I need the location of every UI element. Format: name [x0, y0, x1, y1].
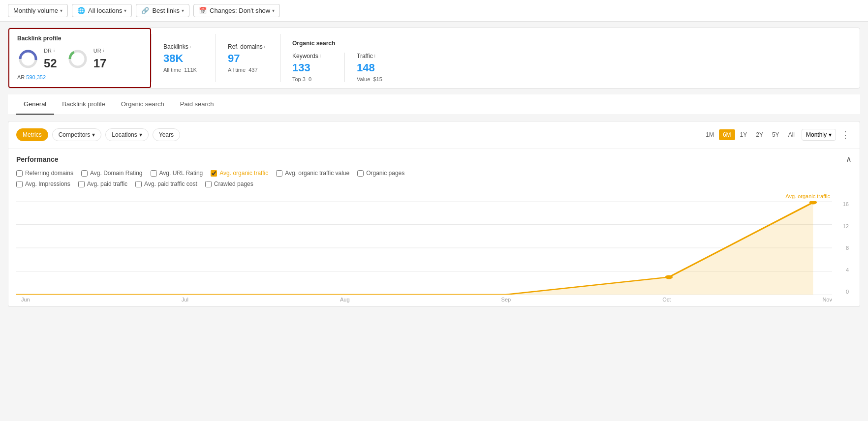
chart-panel: Metrics Competitors ▾ Locations ▾ Years … [8, 121, 860, 307]
tab-paid-search[interactable]: Paid search [172, 94, 222, 115]
ref-domains-label: Ref. domains i [228, 43, 268, 50]
traffic-stat: Traffic i 148 Value $15 [345, 47, 409, 88]
dr-donut-chart [17, 48, 39, 70]
keywords-info-icon[interactable]: i [320, 54, 321, 59]
ar-label: AR [17, 74, 25, 80]
traffic-sub: Value $15 [357, 76, 397, 82]
all-locations-dropdown[interactable]: 🌐 All locations ▾ [72, 4, 132, 17]
checkbox-avg-organic-traffic-value[interactable]: Avg. organic traffic value [276, 170, 349, 177]
keywords-stat: Keywords i 133 Top 3 0 [280, 47, 344, 88]
tab-backlink-profile[interactable]: Backlink profile [54, 94, 113, 115]
checkbox-avg-url-rating[interactable]: Avg. URL Rating [151, 170, 203, 177]
dr-value: 52 [44, 57, 57, 70]
cb-avg-domain-rating-input[interactable] [81, 170, 88, 177]
cb-avg-organic-traffic-input[interactable] [211, 170, 217, 177]
time-5y[interactable]: 5Y [768, 129, 783, 140]
cb-avg-organic-traffic-value-input[interactable] [276, 170, 282, 177]
changes-dropdown[interactable]: 📅 Changes: Don't show ▾ [193, 4, 280, 17]
time-2y[interactable]: 2Y [752, 129, 767, 140]
cb-referring-domains-label: Referring domains [25, 170, 73, 177]
checkbox-avg-paid-traffic[interactable]: Avg. paid traffic [78, 180, 127, 187]
ur-info-icon[interactable]: i [103, 48, 104, 53]
collapse-icon[interactable]: ∧ [846, 154, 852, 164]
backlink-profile-box: Backlink profile DR i 52 [8, 28, 151, 88]
dr-metric: DR i 52 [44, 48, 57, 70]
ref-domains-stat: Ref. domains i 97 All time 437 [216, 28, 280, 88]
cb-avg-domain-rating-label: Avg. Domain Rating [90, 170, 143, 177]
cb-crawled-pages-label: Crawled pages [214, 180, 253, 187]
cb-avg-paid-traffic-label: Avg. paid traffic [87, 180, 127, 187]
backlinks-stat: Backlinks i 38K All time 111K [152, 28, 216, 88]
time-1m[interactable]: 1M [702, 129, 718, 140]
chart-area: Avg. organic traffic [8, 193, 860, 306]
ar-value[interactable]: 590,352 [26, 74, 46, 80]
filter-metrics[interactable]: Metrics [16, 128, 48, 141]
filter-competitors[interactable]: Competitors ▾ [52, 128, 102, 141]
backlink-profile-title: Backlink profile [17, 35, 142, 42]
more-options-icon[interactable]: ⋮ [839, 127, 852, 142]
backlinks-sub: All time 111K [163, 67, 204, 73]
keywords-value: 133 [292, 61, 333, 74]
best-links-chevron: ▾ [182, 8, 184, 13]
ref-domains-info-icon[interactable]: i [264, 44, 265, 49]
performance-title: Performance [16, 155, 59, 163]
ur-donut-chart [67, 48, 89, 70]
cb-avg-paid-traffic-input[interactable] [78, 181, 85, 187]
y-label-4: 4 [846, 267, 849, 273]
ref-domains-value: 97 [228, 52, 268, 65]
checkbox-crawled-pages[interactable]: Crawled pages [205, 180, 253, 187]
checkbox-avg-domain-rating[interactable]: Avg. Domain Rating [81, 170, 143, 177]
checkbox-referring-domains[interactable]: Referring domains [16, 170, 73, 177]
backlinks-info-icon[interactable]: i [190, 44, 191, 49]
chart-svg [16, 201, 832, 295]
cb-organic-pages-label: Organic pages [366, 170, 404, 177]
cb-avg-url-rating-input[interactable] [151, 170, 157, 177]
chart-controls: Metrics Competitors ▾ Locations ▾ Years … [8, 121, 860, 149]
keywords-sub: Top 3 0 [292, 76, 333, 82]
chart-body: 16 12 8 4 0 [16, 201, 852, 295]
tab-general[interactable]: General [16, 94, 54, 115]
performance-header: Performance ∧ [8, 149, 860, 168]
cb-referring-domains-input[interactable] [16, 170, 23, 177]
ur-value: 17 [93, 57, 107, 70]
x-axis-labels: Jun Jul Aug Sep Oct Nov [16, 295, 852, 306]
cb-organic-pages-input[interactable] [357, 170, 364, 177]
time-all[interactable]: All [784, 129, 799, 140]
monthly-dropdown[interactable]: Monthly ▾ [802, 129, 836, 141]
ur-metric: UR i 17 [93, 48, 107, 70]
tabs-bar: General Backlink profile Organic search … [8, 94, 860, 115]
filter-years[interactable]: Years [153, 128, 180, 141]
time-range-group: 1M 6M 1Y 2Y 5Y All Monthly ▾ ⋮ [702, 127, 852, 142]
time-6m[interactable]: 6M [719, 129, 735, 140]
chart-area-fill [16, 203, 813, 295]
link-icon: 🔗 [141, 7, 149, 14]
y-label-16: 16 [843, 201, 849, 207]
tab-organic-search[interactable]: Organic search [113, 94, 172, 115]
time-1y[interactable]: 1Y [736, 129, 751, 140]
monthly-volume-chevron: ▾ [60, 8, 62, 13]
organic-search-title: Organic search [280, 34, 409, 47]
y-label-12: 12 [843, 223, 849, 229]
organic-search-section: Organic search Keywords i 133 Top 3 0 [280, 28, 409, 88]
monthly-label: Monthly [806, 131, 827, 138]
cb-avg-impressions-input[interactable] [16, 181, 23, 187]
cb-avg-url-rating-label: Avg. URL Rating [159, 170, 203, 177]
checkbox-organic-pages[interactable]: Organic pages [357, 170, 404, 177]
checkbox-avg-paid-traffic-cost[interactable]: Avg. paid traffic cost [135, 180, 197, 187]
filter-locations[interactable]: Locations ▾ [105, 128, 148, 141]
keywords-label: Keywords i [292, 53, 333, 60]
checkbox-avg-impressions[interactable]: Avg. Impressions [16, 180, 70, 187]
cb-avg-paid-traffic-cost-input[interactable] [135, 181, 142, 187]
monthly-volume-dropdown[interactable]: Monthly volume ▾ [8, 4, 68, 17]
dr-info-icon[interactable]: i [54, 48, 55, 53]
traffic-info-icon[interactable]: i [374, 54, 375, 59]
checkboxes-row1: Referring domains Avg. Domain Rating Avg… [8, 168, 860, 180]
x-label-jun: Jun [21, 297, 30, 302]
checkbox-avg-organic-traffic[interactable]: Avg. organic traffic [211, 170, 268, 177]
cb-crawled-pages-input[interactable] [205, 181, 212, 187]
calendar-icon: 📅 [199, 7, 207, 14]
chart-series-label-row: Avg. organic traffic [16, 193, 852, 201]
monthly-chevron: ▾ [829, 131, 832, 138]
x-label-nov: Nov [822, 297, 832, 302]
best-links-dropdown[interactable]: 🔗 Best links ▾ [136, 4, 189, 17]
